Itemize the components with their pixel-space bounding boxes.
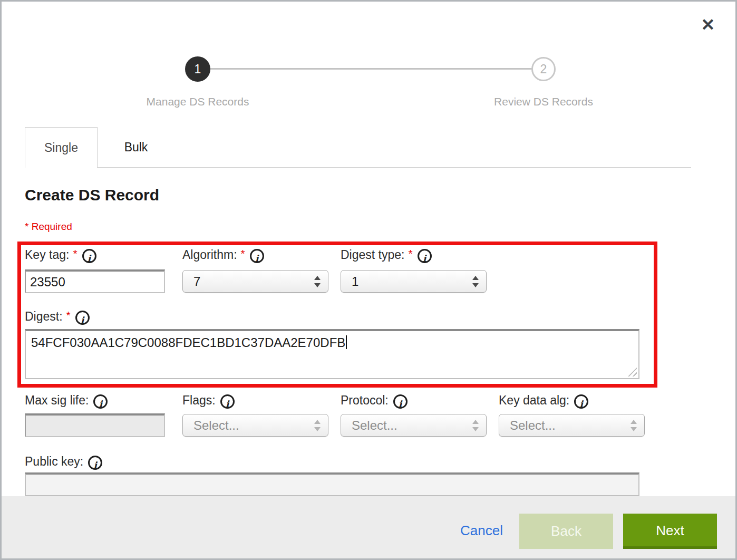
- digest-label: Digest:*i: [25, 310, 90, 325]
- required-note: * Required: [25, 221, 72, 233]
- text-cursor: [346, 335, 347, 349]
- key-data-alg-select[interactable]: Select...: [499, 414, 645, 437]
- flags-label-text: Flags:: [182, 393, 216, 407]
- page-title: Create DS Record: [25, 186, 159, 204]
- protocol-selected-value: Select...: [352, 414, 397, 436]
- public-key-textarea[interactable]: [25, 472, 639, 496]
- algorithm-label-text: Algorithm:: [182, 248, 237, 262]
- resize-handle-icon[interactable]: [628, 368, 637, 376]
- max-sig-life-label-text: Max sig life:: [25, 393, 89, 407]
- key-data-alg-label: Key data alg:i: [499, 393, 588, 409]
- protocol-label: Protocol:i: [341, 393, 408, 409]
- step-2-circle: 2: [531, 57, 556, 81]
- digest-type-label-text: Digest type:: [341, 248, 404, 262]
- required-asterisk: *: [408, 247, 412, 259]
- algorithm-label: Algorithm:*i: [182, 248, 264, 264]
- protocol-label-text: Protocol:: [341, 393, 389, 407]
- step-1-label: Manage DS Records: [113, 95, 282, 108]
- algorithm-selected-value: 7: [193, 271, 200, 292]
- flags-select[interactable]: Select...: [182, 414, 328, 437]
- digest-value: 54FCF030AA1C79C0088FDEC1BD1C37DAA2E70DFB: [31, 335, 345, 350]
- info-icon[interactable]: i: [88, 456, 102, 470]
- required-asterisk: *: [66, 309, 71, 321]
- algorithm-select[interactable]: 7: [182, 270, 328, 293]
- info-icon[interactable]: i: [75, 311, 90, 325]
- protocol-select[interactable]: Select...: [341, 414, 487, 437]
- close-icon[interactable]: ✕: [696, 13, 720, 36]
- public-key-label-text: Public key:: [25, 455, 83, 468]
- key-tag-label-text: Key tag:: [25, 248, 69, 262]
- step-1-circle: 1: [185, 56, 210, 82]
- select-arrows-icon: [631, 419, 637, 432]
- select-arrows-icon: [314, 275, 321, 288]
- digest-type-select[interactable]: 1: [341, 270, 487, 293]
- info-icon[interactable]: i: [250, 249, 264, 263]
- next-button[interactable]: Next: [623, 514, 717, 549]
- max-sig-life-label: Max sig life:i: [25, 393, 108, 409]
- select-arrows-icon: [314, 419, 321, 432]
- key-tag-label: Key tag:*i: [25, 248, 96, 264]
- flags-selected-value: Select...: [193, 414, 239, 436]
- digest-type-selected-value: 1: [352, 271, 358, 292]
- public-key-label: Public key:i: [25, 455, 102, 470]
- step-2-label: Review DS Records: [459, 95, 628, 108]
- info-icon[interactable]: i: [418, 249, 432, 263]
- required-asterisk: *: [241, 247, 245, 259]
- flags-label: Flags:i: [182, 393, 235, 409]
- info-icon[interactable]: i: [574, 394, 588, 409]
- select-arrows-icon: [472, 275, 479, 288]
- digest-label-text: Digest:: [25, 310, 63, 323]
- stepper-connector-line: [210, 68, 532, 70]
- key-data-alg-selected-value: Select...: [510, 414, 556, 436]
- info-icon[interactable]: i: [82, 249, 96, 263]
- select-arrows-icon: [472, 419, 479, 432]
- tab-single[interactable]: Single: [25, 127, 98, 168]
- key-data-alg-label-text: Key data alg:: [499, 393, 569, 407]
- required-asterisk: *: [73, 247, 77, 259]
- info-icon[interactable]: i: [393, 394, 408, 409]
- back-button[interactable]: Back: [519, 514, 613, 549]
- info-icon[interactable]: i: [220, 394, 235, 409]
- tab-bulk[interactable]: Bulk: [98, 127, 174, 168]
- create-ds-record-dialog: ✕ 1 2 Manage DS Records Review DS Record…: [0, 0, 737, 560]
- digest-type-label: Digest type:*i: [341, 248, 432, 264]
- cancel-button[interactable]: Cancel: [460, 523, 503, 539]
- info-icon[interactable]: i: [93, 394, 108, 409]
- key-tag-input[interactable]: [25, 269, 165, 293]
- max-sig-life-input[interactable]: [25, 413, 165, 437]
- digest-textarea[interactable]: 54FCF030AA1C79C0088FDEC1BD1C37DAA2E70DFB: [25, 329, 639, 379]
